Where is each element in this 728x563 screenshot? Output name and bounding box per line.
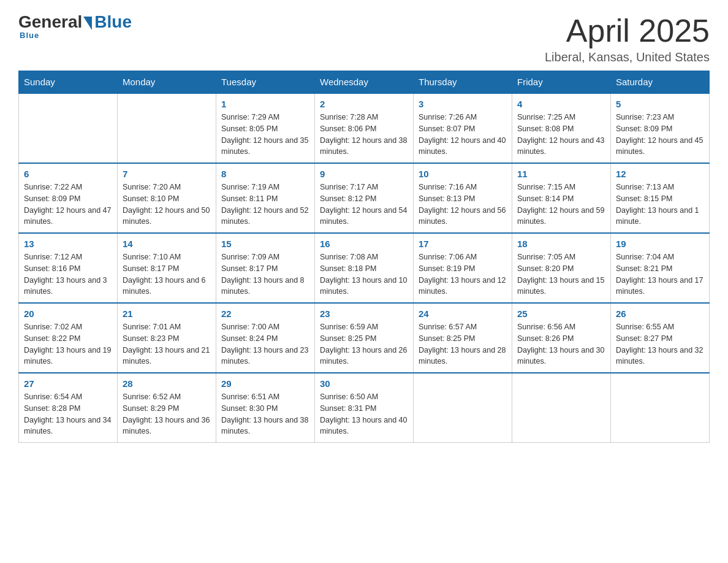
calendar-cell: 1Sunrise: 7:29 AMSunset: 8:05 PMDaylight…	[216, 94, 315, 164]
day-info: Sunrise: 7:29 AMSunset: 8:05 PMDaylight:…	[221, 112, 309, 158]
day-info: Sunrise: 7:25 AMSunset: 8:08 PMDaylight:…	[517, 112, 605, 158]
calendar-cell: 8Sunrise: 7:19 AMSunset: 8:11 PMDaylight…	[216, 163, 315, 233]
calendar-header-row: Sunday Monday Tuesday Wednesday Thursday…	[19, 71, 710, 94]
calendar-cell: 3Sunrise: 7:26 AMSunset: 8:07 PMDaylight…	[414, 94, 512, 164]
calendar-week-row: 20Sunrise: 7:02 AMSunset: 8:22 PMDayligh…	[19, 303, 710, 373]
calendar-cell: 24Sunrise: 6:57 AMSunset: 8:25 PMDayligh…	[414, 303, 512, 373]
calendar-cell: 11Sunrise: 7:15 AMSunset: 8:14 PMDayligh…	[512, 163, 611, 233]
day-number: 19	[616, 239, 704, 249]
day-number: 8	[221, 169, 309, 179]
day-number: 5	[616, 99, 704, 109]
calendar-cell: 22Sunrise: 7:00 AMSunset: 8:24 PMDayligh…	[216, 303, 315, 373]
day-info: Sunrise: 7:09 AMSunset: 8:17 PMDaylight:…	[221, 251, 309, 297]
day-info: Sunrise: 7:28 AMSunset: 8:06 PMDaylight:…	[320, 112, 408, 158]
calendar-cell: 2Sunrise: 7:28 AMSunset: 8:06 PMDaylight…	[315, 94, 414, 164]
calendar-location: Liberal, Kansas, United States	[545, 50, 710, 64]
day-info: Sunrise: 7:01 AMSunset: 8:23 PMDaylight:…	[123, 321, 211, 367]
day-info: Sunrise: 6:50 AMSunset: 8:31 PMDaylight:…	[320, 391, 408, 437]
day-number: 9	[320, 169, 408, 179]
day-number: 24	[419, 308, 507, 319]
calendar-table: Sunday Monday Tuesday Wednesday Thursday…	[18, 71, 710, 443]
calendar-cell: 12Sunrise: 7:13 AMSunset: 8:15 PMDayligh…	[611, 163, 710, 233]
calendar-week-row: 6Sunrise: 7:22 AMSunset: 8:09 PMDaylight…	[19, 163, 710, 233]
day-number: 27	[24, 378, 112, 389]
day-number: 13	[24, 239, 112, 249]
calendar-cell: 7Sunrise: 7:20 AMSunset: 8:10 PMDaylight…	[118, 163, 216, 233]
day-number: 20	[24, 308, 112, 319]
header-wednesday: Wednesday	[315, 71, 414, 94]
day-info: Sunrise: 7:06 AMSunset: 8:19 PMDaylight:…	[419, 251, 507, 297]
header-saturday: Saturday	[611, 71, 710, 94]
calendar-cell	[611, 373, 710, 443]
day-info: Sunrise: 7:16 AMSunset: 8:13 PMDaylight:…	[419, 182, 507, 228]
day-number: 23	[320, 308, 408, 319]
calendar-cell: 6Sunrise: 7:22 AMSunset: 8:09 PMDaylight…	[19, 163, 118, 233]
calendar-cell: 29Sunrise: 6:51 AMSunset: 8:30 PMDayligh…	[216, 373, 315, 443]
day-number: 3	[419, 99, 507, 109]
calendar-cell	[19, 94, 118, 164]
calendar-cell	[414, 373, 512, 443]
day-number: 12	[616, 169, 704, 179]
header-tuesday: Tuesday	[216, 71, 315, 94]
day-number: 25	[517, 308, 605, 319]
day-number: 4	[517, 99, 605, 109]
calendar-week-row: 27Sunrise: 6:54 AMSunset: 8:28 PMDayligh…	[19, 373, 710, 443]
day-number: 18	[517, 239, 605, 249]
day-info: Sunrise: 7:22 AMSunset: 8:09 PMDaylight:…	[24, 182, 112, 228]
day-number: 14	[123, 239, 211, 249]
day-info: Sunrise: 7:15 AMSunset: 8:14 PMDaylight:…	[517, 182, 605, 228]
calendar-cell: 9Sunrise: 7:17 AMSunset: 8:12 PMDaylight…	[315, 163, 414, 233]
day-info: Sunrise: 6:59 AMSunset: 8:25 PMDaylight:…	[320, 321, 408, 367]
day-info: Sunrise: 6:56 AMSunset: 8:26 PMDaylight:…	[517, 321, 605, 367]
day-number: 21	[123, 308, 211, 319]
day-info: Sunrise: 7:13 AMSunset: 8:15 PMDaylight:…	[616, 182, 704, 228]
calendar-cell	[512, 373, 611, 443]
day-info: Sunrise: 7:04 AMSunset: 8:21 PMDaylight:…	[616, 251, 704, 297]
day-info: Sunrise: 7:20 AMSunset: 8:10 PMDaylight:…	[123, 182, 211, 228]
day-number: 11	[517, 169, 605, 179]
day-info: Sunrise: 7:05 AMSunset: 8:20 PMDaylight:…	[517, 251, 605, 297]
day-number: 30	[320, 378, 408, 389]
title-section: April 2025 Liberal, Kansas, United State…	[545, 12, 710, 64]
day-number: 17	[419, 239, 507, 249]
day-number: 28	[123, 378, 211, 389]
calendar-cell: 10Sunrise: 7:16 AMSunset: 8:13 PMDayligh…	[414, 163, 512, 233]
header-friday: Friday	[512, 71, 611, 94]
logo: General Blue Blue	[18, 12, 132, 40]
day-number: 26	[616, 308, 704, 319]
calendar-cell: 25Sunrise: 6:56 AMSunset: 8:26 PMDayligh…	[512, 303, 611, 373]
calendar-cell: 5Sunrise: 7:23 AMSunset: 8:09 PMDaylight…	[611, 94, 710, 164]
calendar-cell: 16Sunrise: 7:08 AMSunset: 8:18 PMDayligh…	[315, 233, 414, 303]
day-number: 2	[320, 99, 408, 109]
calendar-cell: 15Sunrise: 7:09 AMSunset: 8:17 PMDayligh…	[216, 233, 315, 303]
calendar-cell: 26Sunrise: 6:55 AMSunset: 8:27 PMDayligh…	[611, 303, 710, 373]
calendar-cell: 28Sunrise: 6:52 AMSunset: 8:29 PMDayligh…	[118, 373, 216, 443]
day-info: Sunrise: 7:10 AMSunset: 8:17 PMDaylight:…	[123, 251, 211, 297]
header-thursday: Thursday	[414, 71, 512, 94]
day-info: Sunrise: 7:02 AMSunset: 8:22 PMDaylight:…	[24, 321, 112, 367]
day-info: Sunrise: 7:12 AMSunset: 8:16 PMDaylight:…	[24, 251, 112, 297]
day-number: 7	[123, 169, 211, 179]
day-number: 16	[320, 239, 408, 249]
calendar-week-row: 1Sunrise: 7:29 AMSunset: 8:05 PMDaylight…	[19, 94, 710, 164]
day-number: 15	[221, 239, 309, 249]
calendar-cell: 30Sunrise: 6:50 AMSunset: 8:31 PMDayligh…	[315, 373, 414, 443]
day-info: Sunrise: 7:08 AMSunset: 8:18 PMDaylight:…	[320, 251, 408, 297]
day-info: Sunrise: 6:57 AMSunset: 8:25 PMDaylight:…	[419, 321, 507, 367]
day-number: 10	[419, 169, 507, 179]
day-info: Sunrise: 7:17 AMSunset: 8:12 PMDaylight:…	[320, 182, 408, 228]
calendar-cell	[118, 94, 216, 164]
calendar-cell: 21Sunrise: 7:01 AMSunset: 8:23 PMDayligh…	[118, 303, 216, 373]
calendar-week-row: 13Sunrise: 7:12 AMSunset: 8:16 PMDayligh…	[19, 233, 710, 303]
header-monday: Monday	[118, 71, 216, 94]
calendar-cell: 13Sunrise: 7:12 AMSunset: 8:16 PMDayligh…	[19, 233, 118, 303]
day-info: Sunrise: 7:26 AMSunset: 8:07 PMDaylight:…	[419, 112, 507, 158]
calendar-cell: 19Sunrise: 7:04 AMSunset: 8:21 PMDayligh…	[611, 233, 710, 303]
day-number: 29	[221, 378, 309, 389]
day-info: Sunrise: 7:23 AMSunset: 8:09 PMDaylight:…	[616, 112, 704, 158]
day-info: Sunrise: 7:00 AMSunset: 8:24 PMDaylight:…	[221, 321, 309, 367]
calendar-cell: 20Sunrise: 7:02 AMSunset: 8:22 PMDayligh…	[19, 303, 118, 373]
day-info: Sunrise: 7:19 AMSunset: 8:11 PMDaylight:…	[221, 182, 309, 228]
logo-triangle-icon	[83, 17, 92, 30]
calendar-cell: 23Sunrise: 6:59 AMSunset: 8:25 PMDayligh…	[315, 303, 414, 373]
